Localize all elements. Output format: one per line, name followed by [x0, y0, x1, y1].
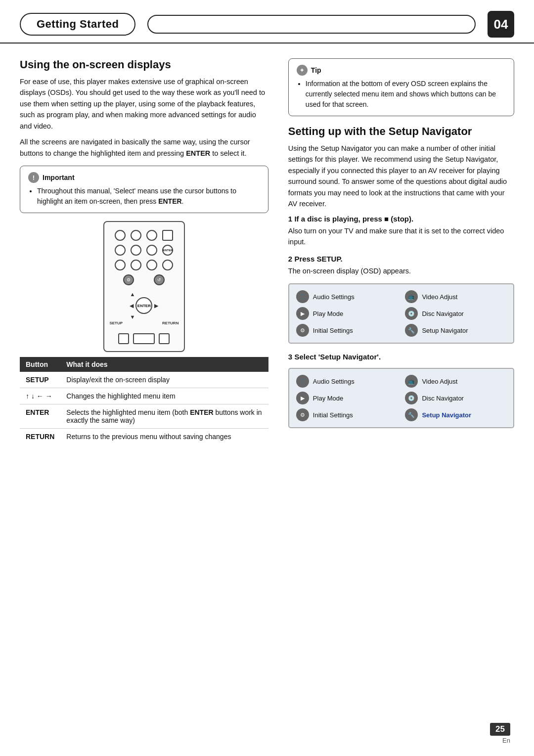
remote-btn-1	[115, 230, 126, 241]
step2-heading-text: Press SETUP.	[294, 255, 342, 263]
remote-btn-2	[131, 230, 141, 241]
right-column: ✦ Tip Information at the bottom of every…	[288, 58, 514, 445]
important-list: Throughout this manual, 'Select' means u…	[37, 186, 260, 207]
nav-table: Button What it does SETUPDisplay/exit th…	[20, 357, 268, 445]
step1-heading-text: If a disc is playing, press ■ (stop).	[294, 215, 413, 223]
section2-body: Using the Setup Navigator you can make a…	[288, 143, 514, 210]
important-bullet-pre: Throughout this manual, 'Select' means u…	[37, 187, 236, 205]
enter-btn-small: ENTER	[162, 245, 173, 256]
section1-p1: For ease of use, this player makes exten…	[20, 76, 268, 132]
page-number-area: 25 En	[490, 723, 510, 744]
step2-heading: 2 Press SETUP.	[288, 255, 514, 263]
remote-btn-9	[131, 260, 141, 270]
table-row: ENTERSelects the highlighted menu item (…	[20, 404, 268, 429]
tip-icon: ✦	[297, 65, 308, 76]
table-cell-desc: Selects the highlighted menu item (both …	[60, 404, 268, 429]
osd-item-label: Play Mode	[313, 310, 343, 317]
section1-p2-bold: ENTER	[186, 149, 210, 157]
tip-box: ✦ Tip Information at the bottom of every…	[288, 58, 514, 116]
table-cell-desc: Display/exit the on-screen display	[60, 372, 268, 388]
osd-item: 📺Video Adjust	[405, 375, 506, 388]
osd-item: 📺Video Adjust	[405, 290, 506, 303]
osd-item-label: Play Mode	[313, 395, 343, 402]
step1-body: Also turn on your TV and make sure that …	[288, 225, 514, 248]
section1-p2: All the screens are navigated in basical…	[20, 136, 268, 159]
remote-btn-7	[146, 245, 157, 256]
remote-row-2: ENTER	[111, 245, 177, 256]
nav-right-arrow: ▶	[153, 303, 159, 309]
important-bullet-bold: ENTER	[158, 197, 181, 205]
remote-btn-8	[115, 260, 126, 270]
table-cell-button: ENTER	[20, 404, 60, 429]
enter-center-btn: ENTER	[135, 297, 152, 314]
osd-grid-1: 🎵Audio Settings📺Video Adjust▶Play Mode💿D…	[296, 290, 506, 337]
step3-heading-text: Select 'Setup Navigator'.	[294, 353, 381, 361]
remote-row-1	[111, 230, 177, 241]
osd-item: ⚙Initial Settings	[296, 324, 398, 337]
osd-item-label: Setup Navigator	[422, 327, 468, 334]
remote-btn-10	[146, 260, 157, 270]
step2-num: 2	[288, 255, 292, 263]
osd-item: 💿Disc Navigator	[405, 307, 506, 320]
osd-item-label: Disc Navigator	[422, 395, 464, 402]
page-num-display: 25	[490, 723, 510, 736]
important-icon: !	[28, 172, 39, 183]
nav-table-body: SETUPDisplay/exit the on-screen display↑…	[20, 372, 268, 445]
return-btn: ↺	[154, 274, 165, 285]
osd-item-label: Setup Navigator	[422, 411, 471, 419]
nav-mid-row: ◀ ENTER ▶	[129, 297, 159, 314]
osd-item: ▶Play Mode	[296, 307, 398, 320]
important-bullet-post: .	[182, 197, 184, 205]
remote-btn-4	[162, 230, 173, 241]
important-label: Important	[43, 174, 75, 181]
remote-nav-arrows: ▲ ◀ ENTER ▶ ▼	[129, 291, 159, 320]
osd-item-icon: 🎵	[296, 375, 309, 388]
remote-btn-3	[146, 230, 157, 241]
osd-item-icon: ⚙	[296, 324, 309, 337]
step1-num: 1	[288, 215, 292, 223]
tip-list: Information at the bottom of every OSD s…	[306, 79, 506, 110]
section-label: Getting Started	[20, 13, 135, 36]
osd-item-icon: 📺	[405, 290, 418, 303]
remote-bottom-btn-3	[159, 333, 170, 344]
setup-btn: ⚙	[123, 274, 134, 285]
osd-item: ⚙Initial Settings	[296, 408, 398, 421]
osd-item-label: Video Adjust	[422, 378, 457, 385]
osd-item-icon: 💿	[405, 392, 418, 404]
step3-heading: 3 Select 'Setup Navigator'.	[288, 353, 514, 361]
osd-item-icon: 📺	[405, 375, 418, 388]
table-row: SETUPDisplay/exit the on-screen display	[20, 372, 268, 388]
osd-grid-2: 🎵Audio Settings📺Video Adjust▶Play Mode💿D…	[296, 375, 506, 421]
remote-diagram: ENTER ⚙ ↺	[20, 221, 268, 352]
table-col-what: What it does	[60, 357, 268, 372]
step2: 2 Press SETUP. The on-screen display (OS…	[288, 255, 514, 276]
table-col-button: Button	[20, 357, 60, 372]
osd-item: 💿Disc Navigator	[405, 392, 506, 404]
osd-item-icon: 🔧	[405, 324, 418, 337]
osd-item-label: Audio Settings	[313, 293, 355, 301]
osd-item-label: Audio Settings	[313, 378, 355, 385]
section1-p2-post: to select it.	[210, 149, 246, 157]
important-header: ! Important	[28, 172, 260, 183]
table-header-row: Button What it does	[20, 357, 268, 372]
important-box: ! Important Throughout this manual, 'Sel…	[20, 166, 268, 213]
nav-down-arrow: ▼	[129, 314, 136, 320]
osd-item-label: Disc Navigator	[422, 310, 464, 317]
osd-item: 🎵Audio Settings	[296, 290, 398, 303]
page-lang: En	[490, 737, 510, 744]
osd-item-label: Initial Settings	[313, 411, 353, 419]
osd-item-icon: ▶	[296, 307, 309, 320]
osd-item-icon: ⚙	[296, 408, 309, 421]
step2-body: The on-screen display (OSD) appears.	[288, 266, 514, 276]
table-row: ↑ ↓ ← →Changes the highlighted menu item	[20, 388, 268, 404]
step3-num: 3	[288, 353, 292, 361]
setup-return-labels: SETUP RETURN	[109, 321, 178, 325]
main-content: Using the on-screen displays For ease of…	[0, 44, 534, 459]
important-item: Throughout this manual, 'Select' means u…	[37, 186, 260, 207]
page-number-badge: 04	[488, 11, 514, 38]
osd-item-icon: ▶	[296, 392, 309, 404]
remote-row-3	[111, 260, 177, 270]
osd-item-label: Initial Settings	[313, 327, 353, 334]
remote-nav-icons: ⚙ ↺	[123, 274, 165, 285]
step1-heading: 1 If a disc is playing, press ■ (stop).	[288, 215, 514, 223]
